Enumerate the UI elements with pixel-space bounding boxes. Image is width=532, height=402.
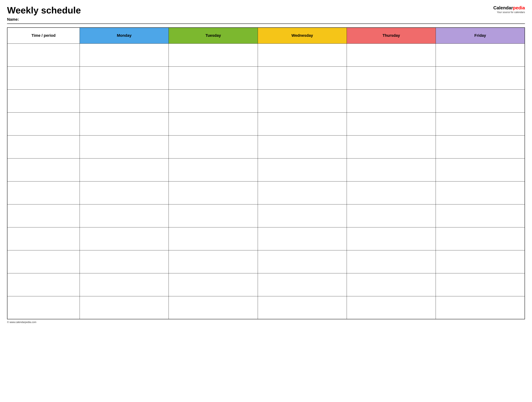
- col-header-friday: Friday: [436, 28, 525, 44]
- schedule-cell[interactable]: [347, 66, 436, 89]
- header-divider: [7, 24, 525, 24]
- schedule-cell[interactable]: [258, 112, 347, 135]
- col-header-monday: Monday: [80, 28, 169, 44]
- time-cell[interactable]: [7, 89, 80, 112]
- schedule-cell[interactable]: [258, 158, 347, 181]
- schedule-cell[interactable]: [436, 158, 525, 181]
- table-row[interactable]: [7, 89, 525, 112]
- schedule-cell[interactable]: [80, 135, 169, 158]
- schedule-cell[interactable]: [347, 250, 436, 273]
- schedule-cell[interactable]: [258, 250, 347, 273]
- schedule-cell[interactable]: [169, 204, 258, 227]
- schedule-cell[interactable]: [169, 89, 258, 112]
- schedule-cell[interactable]: [258, 66, 347, 89]
- table-row[interactable]: [7, 181, 525, 204]
- table-row[interactable]: [7, 158, 525, 181]
- schedule-cell[interactable]: [258, 227, 347, 250]
- schedule-cell[interactable]: [258, 273, 347, 296]
- schedule-cell[interactable]: [436, 66, 525, 89]
- schedule-cell[interactable]: [80, 250, 169, 273]
- schedule-cell[interactable]: [436, 227, 525, 250]
- schedule-cell[interactable]: [436, 250, 525, 273]
- footer: © www.calendarpedia.com: [7, 321, 525, 324]
- schedule-cell[interactable]: [347, 89, 436, 112]
- schedule-cell[interactable]: [258, 44, 347, 66]
- schedule-cell[interactable]: [436, 296, 525, 319]
- time-cell[interactable]: [7, 158, 80, 181]
- schedule-cell[interactable]: [347, 273, 436, 296]
- schedule-cell[interactable]: [436, 89, 525, 112]
- schedule-cell[interactable]: [347, 112, 436, 135]
- table-row[interactable]: [7, 66, 525, 89]
- schedule-cell[interactable]: [169, 273, 258, 296]
- time-cell[interactable]: [7, 135, 80, 158]
- schedule-cell[interactable]: [80, 158, 169, 181]
- copyright-text: © www.calendarpedia.com: [7, 321, 36, 324]
- schedule-cell[interactable]: [169, 181, 258, 204]
- table-row[interactable]: [7, 250, 525, 273]
- schedule-cell[interactable]: [347, 158, 436, 181]
- table-row[interactable]: [7, 296, 525, 319]
- logo-part1: Calendar: [493, 5, 513, 10]
- schedule-cell[interactable]: [169, 135, 258, 158]
- schedule-cell[interactable]: [80, 227, 169, 250]
- logo-part2: pedia: [513, 5, 525, 10]
- page-title: Weekly schedule: [7, 5, 81, 15]
- schedule-cell[interactable]: [169, 227, 258, 250]
- schedule-cell[interactable]: [347, 44, 436, 66]
- schedule-cell[interactable]: [347, 181, 436, 204]
- schedule-cell[interactable]: [436, 135, 525, 158]
- schedule-cell[interactable]: [80, 204, 169, 227]
- schedule-cell[interactable]: [347, 204, 436, 227]
- table-row[interactable]: [7, 227, 525, 250]
- time-cell[interactable]: [7, 227, 80, 250]
- col-header-wednesday: Wednesday: [258, 28, 347, 44]
- schedule-cell[interactable]: [80, 89, 169, 112]
- schedule-cell[interactable]: [169, 44, 258, 66]
- schedule-cell[interactable]: [258, 204, 347, 227]
- schedule-cell[interactable]: [436, 112, 525, 135]
- schedule-cell[interactable]: [436, 44, 525, 66]
- time-cell[interactable]: [7, 44, 80, 66]
- schedule-cell[interactable]: [169, 296, 258, 319]
- table-row[interactable]: [7, 135, 525, 158]
- col-header-thursday: Thursday: [347, 28, 436, 44]
- time-cell[interactable]: [7, 112, 80, 135]
- schedule-cell[interactable]: [80, 181, 169, 204]
- time-cell[interactable]: [7, 296, 80, 319]
- header: Weekly schedule Name: Calendarpedia Your…: [7, 5, 525, 22]
- table-row[interactable]: [7, 44, 525, 66]
- logo-tagline: Your source for calendars: [497, 11, 525, 14]
- table-row[interactable]: [7, 204, 525, 227]
- name-label: Name:: [7, 17, 81, 22]
- time-cell[interactable]: [7, 181, 80, 204]
- time-cell[interactable]: [7, 204, 80, 227]
- schedule-cell[interactable]: [80, 44, 169, 66]
- schedule-cell[interactable]: [347, 227, 436, 250]
- schedule-cell[interactable]: [347, 135, 436, 158]
- schedule-cell[interactable]: [258, 181, 347, 204]
- schedule-cell[interactable]: [258, 296, 347, 319]
- schedule-cell[interactable]: [436, 204, 525, 227]
- time-cell[interactable]: [7, 250, 80, 273]
- schedule-cell[interactable]: [436, 181, 525, 204]
- schedule-cell[interactable]: [436, 273, 525, 296]
- time-cell[interactable]: [7, 66, 80, 89]
- time-cell[interactable]: [7, 273, 80, 296]
- schedule-cell[interactable]: [347, 296, 436, 319]
- schedule-cell[interactable]: [80, 273, 169, 296]
- schedule-cell[interactable]: [169, 158, 258, 181]
- schedule-cell[interactable]: [169, 66, 258, 89]
- schedule-cell[interactable]: [258, 89, 347, 112]
- schedule-cell[interactable]: [80, 112, 169, 135]
- schedule-cell[interactable]: [169, 112, 258, 135]
- table-row[interactable]: [7, 273, 525, 296]
- schedule-cell[interactable]: [80, 296, 169, 319]
- schedule-cell[interactable]: [169, 250, 258, 273]
- schedule-cell[interactable]: [258, 135, 347, 158]
- logo-area: Calendarpedia Your source for calendars: [493, 5, 525, 14]
- schedule-cell[interactable]: [80, 66, 169, 89]
- table-row[interactable]: [7, 112, 525, 135]
- weekly-schedule-table: Time / period Monday Tuesday Wednesday T…: [7, 27, 525, 319]
- col-header-time: Time / period: [7, 28, 80, 44]
